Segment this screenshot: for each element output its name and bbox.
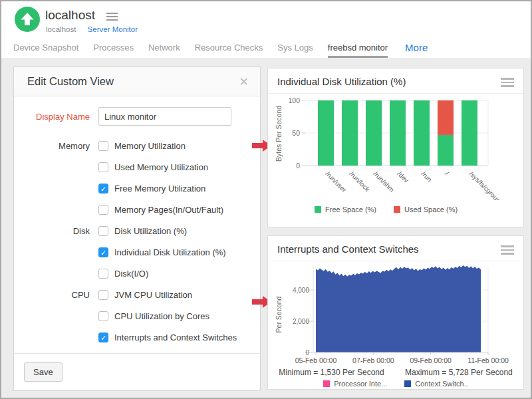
- breadcrumb-server-monitor-link[interactable]: Server Monitor: [88, 25, 138, 33]
- svg-text:/run/user: /run/user: [325, 170, 348, 194]
- checkbox-memory-pages-in-out-fault[interactable]: [98, 205, 108, 215]
- display-name-label: Display Name: [14, 112, 90, 122]
- bar-run-user-free-space: [318, 100, 334, 166]
- svg-text:Per Second: Per Second: [275, 296, 283, 332]
- checkbox-label-jvm-cpu-utilization[interactable]: JVM CPU Utilization: [114, 290, 192, 300]
- modal-body: Display Name MemoryMemory UtilizationUse…: [14, 96, 260, 348]
- checkbox-label-disk-utilization[interactable]: Disk Utilization (%): [114, 226, 187, 236]
- metric-row-jvm-cpu-utilization: CPUJVM CPU Utilization: [14, 284, 260, 305]
- legend-swatch: [315, 206, 321, 213]
- checkbox-individual-disk-utilization[interactable]: ✓: [98, 247, 108, 257]
- checkbox-cpu-utilization-by-cores[interactable]: [98, 311, 108, 321]
- svg-text:05-Feb 00:00: 05-Feb 00:00: [295, 356, 337, 364]
- svg-text:/run/lock: /run/lock: [348, 170, 372, 194]
- tab-device-snapshot[interactable]: Device Snapshot: [13, 38, 78, 58]
- svg-text:/dev: /dev: [396, 170, 410, 184]
- title-menu-icon[interactable]: [106, 13, 118, 23]
- legend-item-used-space[interactable]: Used Space (%): [394, 205, 458, 213]
- display-name-row: Display Name: [14, 107, 260, 126]
- maximum-value: Maximum = 5,728 Per Second: [405, 368, 513, 377]
- metric-row-memory-pages-in-out-fault: Memory Pages(In/Out/Fault): [14, 199, 260, 220]
- svg-text:/: /: [444, 170, 451, 177]
- edit-custom-view-modal: Edit Custom View × Display Name MemoryMe…: [13, 66, 261, 391]
- legend-item-context-switch[interactable]: Context Switch..: [404, 380, 467, 388]
- server-monitor-page: localhost localhost Server Monitor Devic…: [0, 0, 532, 399]
- tab-sys-logs[interactable]: Sys Logs: [277, 38, 313, 58]
- bar-run-lock-free-space: [342, 100, 358, 166]
- metric-row-used-memory-utilization: Used Memory Utilization: [14, 156, 260, 178]
- tab-more[interactable]: More: [405, 38, 428, 58]
- modal-title: Edit Custom View: [27, 75, 239, 88]
- svg-text:Bytes Per Second: Bytes Per Second: [275, 106, 283, 162]
- tab-freebsd-monitor[interactable]: freebsd monitor: [328, 38, 388, 58]
- disk-panel-title: Individual Disk Utilization (%): [277, 76, 406, 87]
- chart-menu-icon[interactable]: [501, 78, 514, 89]
- page-title: localhost: [45, 8, 95, 23]
- svg-text:2,000: 2,000: [293, 318, 309, 325]
- bar-run-shm-free-space: [366, 100, 382, 166]
- legend-swatch: [394, 206, 400, 213]
- checkbox-free-memory-utilization[interactable]: ✓: [98, 184, 108, 194]
- metric-row-memory-utilization: MemoryMemory Utilization: [14, 135, 260, 156]
- checkbox-label-memory-utilization[interactable]: Memory Utilization: [114, 141, 186, 151]
- svg-text:0: 0: [296, 162, 300, 170]
- tab-processes[interactable]: Processes: [93, 38, 134, 58]
- interrupts-panel: Interrupts and Context Switches 02,0004,…: [267, 235, 524, 390]
- checkbox-label-memory-pages-in-out-fault[interactable]: Memory Pages(In/Out/Fault): [114, 205, 223, 215]
- checkbox-interrupts-and-context-switches[interactable]: ✓: [98, 332, 108, 342]
- metric-row-disk-i-o: Disk(I/O): [14, 263, 260, 284]
- metric-row-disk-utilization: DiskDisk Utilization (%): [14, 220, 260, 241]
- checkbox-label-individual-disk-utilization[interactable]: Individual Disk Utilization (%): [114, 247, 226, 257]
- legend-label: Free Space (%): [325, 205, 376, 213]
- checkbox-label-disk-i-o[interactable]: Disk(I/O): [114, 269, 148, 279]
- interrupts-chart: 02,0004,000Per Second05-Feb 00:0007-Feb …: [268, 261, 523, 368]
- disk-utilization-panel: Individual Disk Utilization (%) 050100By…: [267, 68, 524, 227]
- breadcrumb-host: localhost: [46, 25, 76, 33]
- chart-menu-icon[interactable]: [501, 245, 514, 257]
- checkbox-label-interrupts-and-context-switches[interactable]: Interrupts and Context Switches: [114, 332, 237, 342]
- legend-item-free-space[interactable]: Free Space (%): [315, 205, 376, 213]
- checkbox-label-used-memory-utilization[interactable]: Used Memory Utilization: [114, 162, 208, 172]
- svg-text:4,000: 4,000: [293, 287, 309, 294]
- legend-label: Used Space (%): [404, 205, 458, 213]
- tab-resource-checks[interactable]: Resource Checks: [195, 38, 263, 58]
- display-name-input[interactable]: [98, 107, 231, 126]
- legend-swatch: [404, 380, 411, 387]
- group-label-disk: Disk: [14, 226, 90, 236]
- modal-footer: Save: [14, 353, 260, 390]
- bar--free-space: [438, 135, 454, 166]
- bar-sys-fs-cgroup-free-space: [462, 100, 477, 166]
- svg-text:11-Feb 00:00: 11-Feb 00:00: [467, 356, 509, 364]
- disk-utilization-chart: 050100Bytes Per Second/run/user/run/lock…: [268, 94, 523, 200]
- checkbox-label-free-memory-utilization[interactable]: Free Memory Utilization: [114, 184, 205, 194]
- save-button[interactable]: Save: [24, 362, 63, 382]
- tab-network[interactable]: Network: [148, 38, 180, 58]
- svg-text:0: 0: [305, 349, 309, 356]
- checkbox-disk-utilization[interactable]: [98, 226, 108, 236]
- svg-text:09-Feb 00:00: 09-Feb 00:00: [410, 356, 452, 364]
- checkbox-disk-i-o[interactable]: [98, 269, 108, 279]
- modal-header: Edit Custom View ×: [14, 67, 260, 96]
- legend-label: Processor Inte...: [334, 380, 387, 388]
- interrupts-chart-legend: Processor Inte...Context Switch..: [268, 380, 523, 388]
- disk-panel-header: Individual Disk Utilization (%): [268, 68, 523, 94]
- checkbox-label-cpu-utilization-by-cores[interactable]: CPU Utilization by Cores: [114, 311, 209, 321]
- checkbox-memory-utilization[interactable]: [98, 141, 108, 151]
- legend-item-processor-inte[interactable]: Processor Inte...: [323, 380, 387, 388]
- metric-checkbox-groups: MemoryMemory UtilizationUsed Memory Util…: [14, 135, 260, 348]
- checkbox-used-memory-utilization[interactable]: [98, 162, 108, 172]
- svg-text:/sys/fs/cgroup: /sys/fs/cgroup: [468, 170, 503, 200]
- monitor-up-icon: [15, 7, 40, 32]
- bar-dev-free-space: [390, 100, 406, 166]
- close-icon[interactable]: ×: [239, 74, 248, 89]
- legend-label: Context Switch..: [415, 380, 467, 388]
- bar--used-space: [438, 100, 454, 135]
- checkbox-jvm-cpu-utilization[interactable]: [98, 290, 108, 300]
- metric-row-interrupts-and-context-switches: ✓Interrupts and Context Switches: [14, 327, 260, 348]
- minimum-value: Minimum = 1,530 Per Second: [279, 368, 384, 377]
- bar-run-free-space: [414, 100, 430, 166]
- interrupts-panel-header: Interrupts and Context Switches: [268, 236, 523, 261]
- metric-row-free-memory-utilization: ✓Free Memory Utilization: [14, 178, 260, 199]
- svg-text:/run/shm: /run/shm: [372, 170, 396, 194]
- chart-summary: Minimum = 1,530 Per Second Maximum = 5,7…: [268, 368, 523, 377]
